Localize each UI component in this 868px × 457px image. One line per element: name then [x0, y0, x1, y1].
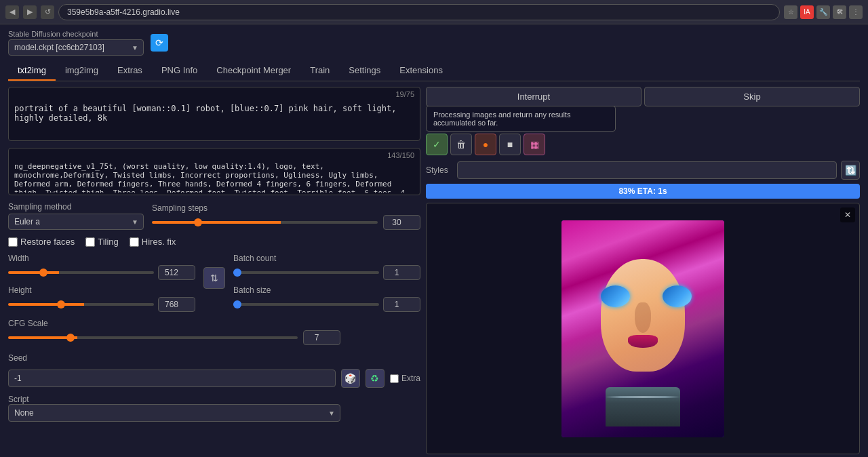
tiling-label: Tiling: [98, 237, 119, 247]
url-text: 359e5b9a-a5ff-4216.gradio.live: [67, 7, 180, 17]
seed-row: 🎲 ♻ Extra: [8, 369, 420, 388]
positive-prompt-input[interactable]: [9, 87, 420, 138]
ext-icon-2[interactable]: 🛠: [833, 5, 846, 19]
sampling-method-arrow: ▼: [132, 218, 138, 226]
tiling-input[interactable]: [85, 237, 95, 247]
tab-txt2img[interactable]: txt2img: [8, 61, 56, 81]
script-select-arrow: ▼: [328, 410, 335, 417]
reload-button[interactable]: ↺: [41, 5, 54, 19]
cfg-scale-slider[interactable]: [8, 336, 298, 339]
cfg-scale-label: CFG Scale: [8, 319, 340, 328]
right-panel: Interrupt Skip Processing images and ret…: [426, 87, 860, 457]
checkbox-row: Restore faces Tiling Hires. fix: [8, 237, 420, 247]
sampling-row: Sampling method Euler a ▼ Sampling steps: [8, 202, 420, 230]
sampling-method-select[interactable]: Euler a: [8, 214, 144, 230]
seed-input[interactable]: [8, 370, 336, 387]
restore-faces-input[interactable]: [8, 237, 18, 247]
model-select[interactable]: model.ckpt [cc6cb27103]: [8, 39, 144, 56]
left-panel: 19/75 143/150 Sampling method Euler a ▼: [8, 87, 420, 457]
neg-prompt-counter: 143/150: [387, 151, 414, 159]
positive-prompt-container: 19/75: [8, 87, 420, 141]
styles-apply-icon: 🔃: [845, 165, 856, 176]
preview-close-button[interactable]: ✕: [840, 207, 855, 222]
height-label: Height: [8, 285, 195, 295]
refresh-model-button[interactable]: ⟳: [151, 34, 168, 52]
extra-label-text: Extra: [401, 374, 420, 383]
interrupt-button[interactable]: Interrupt: [426, 87, 642, 106]
left-eye: [601, 285, 630, 307]
sampling-steps-label: Sampling steps: [152, 203, 420, 213]
width-input[interactable]: [158, 265, 195, 280]
batch-size-input[interactable]: [383, 297, 420, 312]
profile-icon[interactable]: IA: [800, 5, 814, 19]
action-panel: Interrupt Skip Processing images and ret…: [426, 87, 860, 180]
menu-icon[interactable]: ⋮: [849, 5, 863, 19]
restore-faces-checkbox[interactable]: Restore faces: [8, 237, 75, 247]
tab-settings[interactable]: Settings: [339, 61, 390, 81]
batch-size-slider[interactable]: [233, 303, 379, 306]
height-input[interactable]: [158, 297, 195, 312]
height-slider[interactable]: [8, 303, 154, 306]
main-tabs: txt2img img2img Extras PNG Info Checkpoi…: [8, 61, 860, 81]
tiling-checkbox[interactable]: Tiling: [85, 237, 119, 247]
width-slider[interactable]: [8, 271, 154, 274]
app-container: Stable Diffusion checkpoint model.ckpt […: [0, 24, 868, 457]
browser-chrome: ◀ ▶ ↺ 359e5b9a-a5ff-4216.gradio.live ☆ I…: [0, 0, 868, 24]
hires-fix-input[interactable]: [130, 237, 139, 247]
sampling-steps-slider[interactable]: [152, 221, 378, 224]
model-label: Stable Diffusion checkpoint: [8, 30, 144, 38]
tab-checkpoint-merger[interactable]: Checkpoint Merger: [207, 61, 300, 81]
ext-icon-1[interactable]: 🔧: [816, 5, 830, 19]
styles-select[interactable]: [457, 161, 837, 179]
bookmark-icon[interactable]: ☆: [784, 5, 797, 19]
tab-extras[interactable]: Extras: [108, 61, 152, 81]
trash-icon: 🗑: [456, 139, 466, 150]
browser-toolbar: ☆ IA 🔧 🛠 ⋮: [784, 5, 863, 19]
dimensions-section: Width Height: [8, 254, 195, 312]
batch-count-input[interactable]: [383, 265, 420, 280]
cfg-scale-section: CFG Scale: [8, 319, 340, 345]
seed-dice-button[interactable]: 🎲: [341, 369, 360, 388]
script-select[interactable]: None: [8, 404, 340, 422]
robot-collar: [606, 387, 680, 426]
check-tool-button[interactable]: ✓: [426, 134, 448, 155]
square-tool-button[interactable]: ■: [499, 134, 521, 155]
batch-count-slider[interactable]: [233, 271, 379, 274]
extra-checkbox[interactable]: [390, 374, 399, 383]
swap-dimensions-button[interactable]: ⇅: [203, 267, 225, 289]
batch-count-label: Batch count: [233, 254, 420, 263]
image-preview-container: ✕: [426, 203, 860, 454]
nose: [635, 302, 651, 333]
skip-button[interactable]: Skip: [644, 87, 860, 106]
square-icon: ■: [507, 139, 513, 150]
negative-prompt-input[interactable]: [9, 148, 420, 193]
generated-image: [561, 220, 724, 437]
tab-png-info[interactable]: PNG Info: [152, 61, 207, 81]
url-bar[interactable]: 359e5b9a-a5ff-4216.gradio.live: [58, 4, 780, 20]
main-content: 19/75 143/150 Sampling method Euler a ▼: [8, 87, 860, 457]
styles-apply-button[interactable]: 🔃: [841, 161, 860, 180]
extra-checkbox-label[interactable]: Extra: [390, 374, 420, 383]
tab-img2img[interactable]: img2img: [56, 61, 108, 81]
right-eye: [663, 285, 692, 307]
orange-circle-icon: ●: [483, 139, 488, 150]
sd-header: Stable Diffusion checkpoint model.ckpt […: [8, 30, 860, 56]
progress-fill: [426, 184, 786, 199]
cfg-scale-input[interactable]: [303, 330, 340, 345]
hires-fix-checkbox[interactable]: Hires. fix: [130, 237, 176, 247]
model-select-wrapper: model.ckpt [cc6cb27103] ▼: [8, 39, 144, 56]
trash-tool-button[interactable]: 🗑: [450, 134, 472, 155]
batch-section: Batch count Batch size: [233, 254, 420, 312]
seed-recycle-button[interactable]: ♻: [366, 369, 384, 388]
grid-icon: ▦: [530, 139, 539, 150]
sampling-method-label: Sampling method: [8, 202, 144, 212]
back-button[interactable]: ◀: [5, 5, 19, 19]
sampling-steps-input[interactable]: [383, 215, 420, 230]
orange-tool-button[interactable]: ●: [475, 134, 496, 155]
refresh-icon: ⟳: [155, 37, 163, 48]
tab-train[interactable]: Train: [300, 61, 339, 81]
grid-tool-button[interactable]: ▦: [524, 134, 545, 155]
script-label: Script: [8, 395, 420, 404]
forward-button[interactable]: ▶: [23, 5, 37, 19]
tab-extensions[interactable]: Extensions: [390, 61, 452, 81]
